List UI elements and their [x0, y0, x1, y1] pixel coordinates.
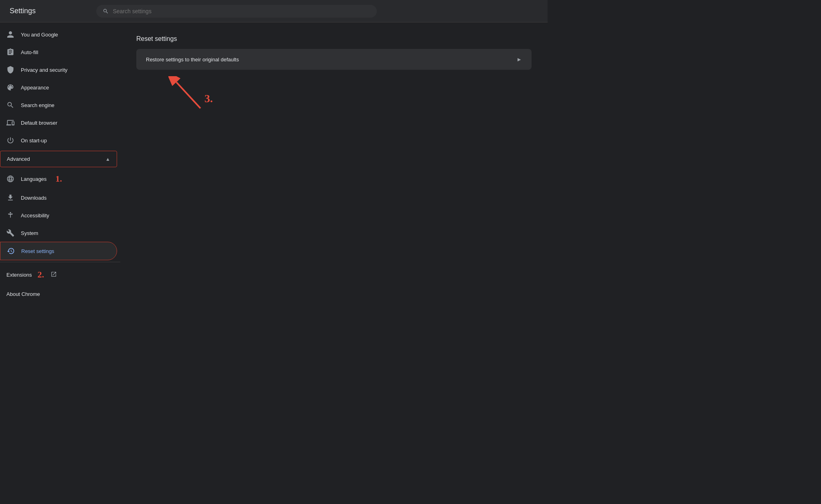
globe-icon [6, 175, 14, 183]
sidebar: You and Google Auto-fill Privacy and sec… [0, 22, 120, 344]
sidebar-item-label-default-browser: Default browser [21, 120, 57, 126]
app-title: Settings [10, 7, 90, 15]
sidebar-item-auto-fill[interactable]: Auto-fill [0, 43, 117, 61]
sidebar-item-label-about-chrome: About Chrome [6, 291, 40, 297]
sidebar-item-label-languages: Languages [21, 176, 47, 182]
sidebar-item-accessibility[interactable]: Accessibility [0, 206, 117, 224]
sidebar-divider [0, 262, 120, 262]
download-icon [6, 194, 14, 202]
sidebar-item-label-reset-settings: Reset settings [21, 248, 54, 254]
sidebar-item-label-appearance: Appearance [21, 85, 49, 91]
palette-icon [6, 83, 14, 91]
page-title: Reset settings [136, 35, 532, 43]
sidebar-item-label-extensions: Extensions [6, 272, 32, 278]
annotation-1: 1. [55, 174, 62, 184]
annotation-2: 2. [38, 269, 44, 280]
sidebar-item-downloads[interactable]: Downloads [0, 189, 117, 206]
topbar: Settings [0, 0, 548, 22]
assignment-icon [6, 48, 14, 56]
sidebar-item-label-downloads: Downloads [21, 195, 47, 201]
sidebar-item-search-engine[interactable]: Search engine [0, 96, 117, 114]
sidebar-item-appearance[interactable]: Appearance [0, 79, 117, 96]
sidebar-item-system[interactable]: System [0, 224, 117, 242]
search-bar[interactable] [96, 5, 377, 18]
sidebar-item-default-browser[interactable]: Default browser [0, 114, 117, 132]
sidebar-item-label-privacy-security: Privacy and security [21, 67, 67, 73]
sidebar-item-label-you-and-google: You and Google [21, 32, 58, 38]
sidebar-item-label-accessibility: Accessibility [21, 213, 49, 219]
sidebar-item-reset-settings[interactable]: Reset settings [0, 242, 117, 260]
advanced-label: Advanced [7, 156, 30, 162]
accessibility-icon [6, 211, 14, 219]
svg-line-2 [176, 82, 200, 108]
history-icon [7, 247, 15, 255]
main-content: Reset settings Restore settings to their… [120, 22, 548, 344]
sidebar-item-extensions[interactable]: Extensions 2. [0, 264, 120, 285]
sidebar-item-languages[interactable]: Languages 1. [0, 169, 117, 189]
reset-settings-card: Restore settings to their original defau… [136, 49, 532, 70]
restore-defaults-row[interactable]: Restore settings to their original defau… [136, 49, 532, 70]
annotation-3: 3. [204, 92, 213, 105]
annotation-area: 3. [136, 76, 532, 116]
main-layout: You and Google Auto-fill Privacy and sec… [0, 22, 548, 344]
browser-icon [6, 119, 14, 127]
chevron-right-icon: ► [516, 56, 522, 63]
person-icon [6, 30, 14, 38]
search-icon [103, 8, 109, 14]
wrench-icon [6, 229, 14, 237]
sidebar-item-about-chrome[interactable]: About Chrome [0, 285, 120, 303]
chevron-up-icon: ▲ [105, 156, 110, 162]
svg-point-0 [10, 212, 11, 213]
power-icon [6, 136, 14, 144]
shield-icon [6, 66, 14, 74]
sidebar-item-privacy-security[interactable]: Privacy and security [0, 61, 117, 79]
sidebar-item-you-and-google[interactable]: You and Google [0, 26, 117, 43]
sidebar-item-label-search-engine: Search engine [21, 102, 55, 108]
advanced-section-header[interactable]: Advanced ▲ [0, 151, 117, 167]
external-link-icon [51, 271, 57, 279]
sidebar-item-label-on-startup: On start-up [21, 138, 47, 144]
search-input[interactable] [113, 8, 370, 14]
sidebar-item-on-startup[interactable]: On start-up [0, 132, 117, 149]
restore-defaults-label: Restore settings to their original defau… [146, 57, 239, 63]
search-engine-icon [6, 101, 14, 109]
sidebar-item-label-auto-fill: Auto-fill [21, 49, 38, 55]
sidebar-item-label-system: System [21, 230, 38, 236]
red-arrow-annotation [168, 76, 204, 112]
